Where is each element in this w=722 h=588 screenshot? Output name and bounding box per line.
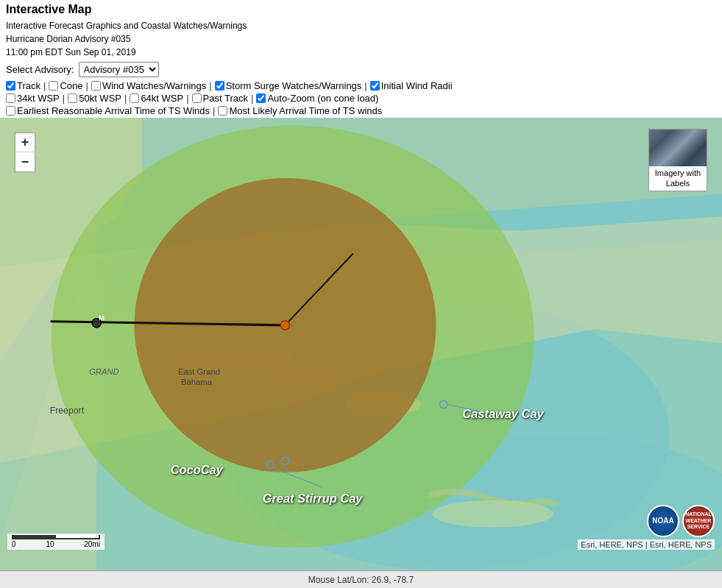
advisory-label: Select Advisory: bbox=[6, 64, 74, 75]
controls-panel: Track | Cone | Wind Watches/Warnings | S… bbox=[0, 79, 722, 118]
past-track-checkbox[interactable] bbox=[192, 93, 202, 103]
subtitle-line1: Interactive Forecast Graphics and Coasta… bbox=[6, 19, 716, 32]
svg-text:Bahama: Bahama bbox=[181, 378, 213, 386]
subtitle: Interactive Forecast Graphics and Coasta… bbox=[6, 19, 716, 59]
svg-text:M: M bbox=[99, 314, 105, 322]
initial-wind-label[interactable]: Initial Wind Radii bbox=[370, 80, 453, 91]
status-bar: Mouse Lat/Lon: 26.9, -78.7 bbox=[0, 570, 722, 588]
subtitle-line3: 11:00 pm EDT Sun Sep 01, 2019 bbox=[6, 46, 716, 59]
earliest-label[interactable]: Earliest Reasonable Arrival Time of TS W… bbox=[6, 105, 210, 116]
zoom-control: + − bbox=[15, 132, 35, 172]
scale-label-10: 10 bbox=[46, 540, 54, 548]
advisory-select[interactable]: Advisory #035 bbox=[79, 62, 159, 77]
map-wrapper[interactable]: M GRAND East Grand Bahama Freeport bbox=[0, 118, 722, 570]
scale-label-20: 20mi bbox=[84, 540, 100, 548]
svg-text:CocoCay: CocoCay bbox=[171, 463, 224, 476]
mouse-latlon: Mouse Lat/Lon: 26.9, -78.7 bbox=[308, 575, 414, 585]
wind-watches-label[interactable]: Wind Watches/Warnings bbox=[91, 80, 206, 91]
thumbnail-image bbox=[649, 130, 707, 166]
svg-text:Castaway Cay: Castaway Cay bbox=[462, 407, 544, 420]
advisory-row: Select Advisory: Advisory #035 bbox=[6, 62, 716, 77]
most-likely-label[interactable]: Most Likely Arrival Time of TS winds bbox=[218, 105, 382, 116]
control-row-2: 34kt WSP | 50kt WSP | 64kt WSP | Past Tr… bbox=[6, 93, 716, 104]
svg-text:Great Stirrup Cay: Great Stirrup Cay bbox=[263, 492, 364, 505]
wsp50-label[interactable]: 50kt WSP bbox=[68, 93, 121, 104]
subtitle-line2: Hurricane Dorian Advisory #035 bbox=[6, 32, 716, 46]
imagery-label: Imagery with Labels bbox=[649, 166, 707, 191]
cone-label[interactable]: Cone bbox=[49, 80, 82, 91]
page-title: Interactive Map bbox=[6, 3, 716, 16]
svg-point-19 bbox=[432, 500, 553, 528]
nws-logo: NATIONALWEATHERSERVICE bbox=[682, 505, 715, 537]
header: Interactive Map Interactive Forecast Gra… bbox=[0, 0, 722, 79]
page-container: Interactive Map Interactive Forecast Gra… bbox=[0, 0, 722, 588]
track-label[interactable]: Track bbox=[6, 80, 40, 91]
scale-label-0: 0 bbox=[12, 540, 16, 548]
wsp50-checkbox[interactable] bbox=[68, 93, 77, 103]
wind-watches-checkbox[interactable] bbox=[91, 81, 101, 91]
map-svg: M GRAND East Grand Bahama Freeport bbox=[0, 118, 722, 570]
svg-text:Freeport: Freeport bbox=[50, 405, 85, 416]
svg-text:GRAND: GRAND bbox=[89, 367, 119, 376]
scale-bar: 0 10 20mi bbox=[7, 534, 105, 550]
imagery-thumbnail[interactable]: Imagery with Labels bbox=[648, 129, 707, 191]
wsp64-label[interactable]: 64kt WSP bbox=[130, 93, 183, 104]
past-track-label[interactable]: Past Track bbox=[192, 93, 248, 104]
logos-area: NOAA NATIONALWEATHERSERVICE bbox=[647, 505, 715, 537]
attribution: Esri, HERE, NPS | Esri, HERE, NPS bbox=[578, 539, 715, 550]
control-row-1: Track | Cone | Wind Watches/Warnings | S… bbox=[6, 80, 716, 91]
cone-checkbox[interactable] bbox=[49, 81, 58, 91]
storm-surge-checkbox[interactable] bbox=[215, 81, 224, 91]
track-checkbox[interactable] bbox=[6, 81, 15, 91]
svg-text:East Grand: East Grand bbox=[178, 367, 220, 376]
wsp34-label[interactable]: 34kt WSP bbox=[6, 93, 60, 104]
noaa-logo: NOAA bbox=[647, 505, 679, 537]
wsp34-checkbox[interactable] bbox=[6, 93, 15, 103]
svg-point-13 bbox=[280, 321, 289, 330]
auto-zoom-label[interactable]: Auto-Zoom (on cone load) bbox=[256, 93, 378, 104]
initial-wind-checkbox[interactable] bbox=[370, 81, 380, 91]
auto-zoom-checkbox[interactable] bbox=[256, 93, 266, 103]
zoom-out-button[interactable]: − bbox=[15, 152, 35, 171]
control-row-3: Earliest Reasonable Arrival Time of TS W… bbox=[6, 105, 716, 116]
zoom-in-button[interactable]: + bbox=[15, 133, 35, 152]
wsp64-checkbox[interactable] bbox=[130, 93, 139, 103]
earliest-checkbox[interactable] bbox=[6, 106, 15, 116]
storm-surge-label[interactable]: Storm Surge Watches/Warnings bbox=[215, 80, 362, 91]
most-likely-checkbox[interactable] bbox=[218, 106, 227, 116]
